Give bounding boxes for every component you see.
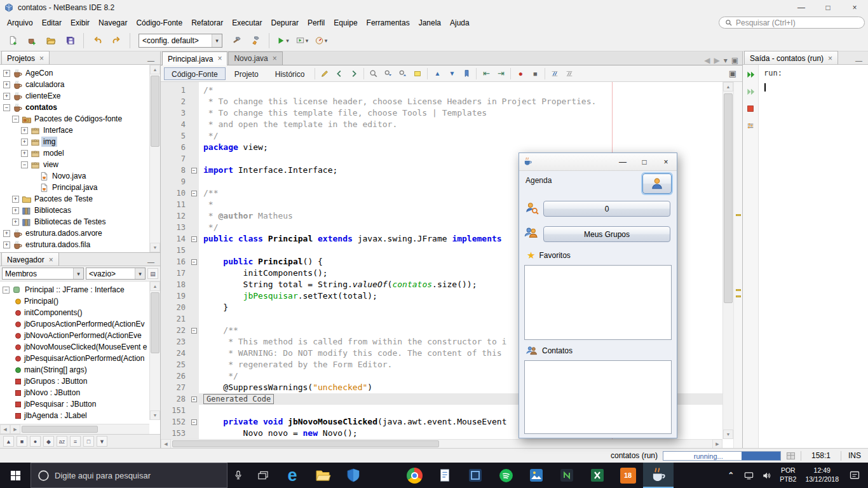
expand-toggle[interactable]: + [21,150,28,157]
close-tab-icon[interactable]: × [217,56,222,62]
menu-depurar[interactable]: Depurar [267,17,303,29]
show-public-icon[interactable]: ◆ [43,436,54,447]
tree-item-bibliotecas[interactable]: +Bibliotecas [0,205,149,216]
member-jbgrupos-jbutton[interactable]: jbGrupos : JButton [0,376,149,387]
navigator-options-icon[interactable]: ▤ [147,268,158,279]
record-macro-icon[interactable]: ● [513,67,527,80]
add-contact-button[interactable] [642,173,672,194]
expand-toggle[interactable]: + [3,230,10,237]
find-selection-icon[interactable] [367,67,381,80]
tree-item-pacotes-de-c-digos-fonte[interactable]: −Pacotes de Códigos-fonte [0,113,149,125]
forward-icon[interactable] [347,67,361,80]
tree-item-clienteexe[interactable]: +clienteExe [0,90,149,102]
expand-toggle[interactable]: + [3,93,10,100]
stop-button[interactable] [745,103,756,114]
scroll-down-icon[interactable]: ▼ [150,243,160,252]
collapse-toggle[interactable]: − [12,116,19,123]
rerun-alt-button[interactable] [745,86,756,97]
new-project-button[interactable] [23,32,41,50]
progress-bar[interactable]: running... [663,451,781,461]
member-jbgruposactionperformed-actionev[interactable]: jbGruposActionPerformed(ActionEv [0,318,149,330]
menu-ferramentas[interactable]: Ferramentas [362,17,414,29]
config-select[interactable]: <config. default>▾ [139,34,222,48]
tree-item-pacotes-de-teste[interactable]: +Pacotes de Teste [0,193,149,205]
scroll-right-icon[interactable]: ▶ [10,424,20,434]
menu-arquivo[interactable]: Arquivo [3,17,37,29]
run-button[interactable]: ▾ [274,32,292,50]
profile-button[interactable]: ▾ [312,32,330,50]
menu-equipe[interactable]: Equipe [329,17,362,29]
scroll-down-icon[interactable]: ▼ [150,410,160,420]
member-main-string-args[interactable]: main(String[] args) [0,364,149,376]
expand-toggle[interactable]: + [12,207,19,214]
editor-scrollbar[interactable]: ▲ ▼ [722,82,733,439]
member-jlbagenda-jlabel[interactable]: jlbAgenda : JLabel [0,410,149,420]
fold-toggle[interactable]: − [191,328,197,334]
comment-icon[interactable] [548,67,562,80]
tree-item-view[interactable]: −view [0,159,149,170]
member-jbnovo-jbutton[interactable]: jbNovo : JButton [0,387,149,398]
tree-item-model[interactable]: +model [0,147,149,159]
shift-left-icon[interactable]: ⇤ [479,67,493,80]
agenda-app-window[interactable]: — □ × Agenda 0 Meus Grupos ★ Favoritos C… [519,152,677,438]
options-button[interactable] [745,120,756,132]
navigator-scrollbar[interactable]: ▲ ▼ [149,281,160,420]
show-inherited-icon[interactable]: ▲ [3,436,14,447]
projects-scrollbar[interactable]: ▲ ▼ [149,65,160,252]
process-list-icon[interactable] [786,452,796,460]
show-fields-icon[interactable]: ■ [17,436,27,447]
view-hist-rico-button[interactable]: Histórico [268,67,313,80]
hidden-icons-button[interactable]: ⌃ [722,463,739,488]
microphone-button[interactable] [227,463,249,488]
editor-tab-novo-java[interactable]: Novo.java× [228,51,282,65]
task-view-button[interactable] [249,463,277,488]
expand-toggle[interactable]: + [21,139,28,146]
navigator-root[interactable]: −Principal :: JFrame : Interface [0,284,149,295]
tree-item-estrutura-dados-arvore[interactable]: +estrutura.dados.arvore [0,227,149,239]
taskbar-search-box[interactable]: Digite aqui para pesquisar [31,463,227,488]
tree-item-contatos[interactable]: −contatos [0,102,149,113]
split-editor-icon[interactable]: ▣ [729,69,739,78]
contact-count-button[interactable]: 0 [543,201,670,217]
fold-toggle[interactable]: − [191,236,197,242]
toggle-highlight-icon[interactable] [410,67,424,80]
scroll-up-icon[interactable]: ▲ [150,281,160,291]
fold-toggle[interactable]: − [191,259,197,265]
member-jbnovoactionperformed-actioneve[interactable]: jbNovoActionPerformed(ActionEve [0,330,149,341]
rerun-button[interactable] [745,69,756,80]
filter-select[interactable]: <vazio>▾ [86,268,146,280]
scroll-up-icon[interactable]: ▲ [150,65,160,74]
tree-item-estrutura-dados-fila[interactable]: +estrutura.dados.fila [0,239,149,250]
expand-toggle[interactable]: + [12,196,19,203]
editor-tab-principal-java[interactable]: Principal.java× [162,51,227,65]
view-c-digo-fonte-button[interactable]: Código-Fonte [164,67,226,80]
undo-button[interactable] [88,32,106,50]
expand-toggle[interactable]: + [12,219,19,226]
app-maximize-button[interactable]: □ [634,153,655,170]
member-initcomponents[interactable]: initComponents() [0,307,149,318]
menu-editar[interactable]: Editar [37,17,66,29]
minimize-panel-icon[interactable]: — [850,57,868,64]
stop-macro-icon[interactable]: ■ [528,67,542,80]
fold-toggle[interactable]: − [191,419,197,425]
taskbar-app-java-app[interactable] [643,463,674,488]
clean-build-button[interactable] [247,32,264,50]
tree-item-img[interactable]: +img [0,136,149,147]
menu-perfil[interactable]: Perfil [303,17,329,29]
collapse-toggle[interactable]: − [21,161,28,168]
taskbar-app-document[interactable] [430,463,460,488]
taskbar-app-edge[interactable]: e [277,463,308,488]
code-line[interactable]: 6package view; [161,142,722,153]
output-tab[interactable]: Saída - contatos (run) × [744,51,838,64]
expand-toggle[interactable]: + [3,70,10,77]
build-button[interactable] [227,32,245,50]
tabs-list-icon[interactable]: ▾ [724,56,728,65]
collapse-toggle[interactable]: − [3,104,10,111]
code-line[interactable]: 5 */ [161,130,722,142]
error-stripe[interactable] [733,82,742,448]
menu-executar[interactable]: Executar [227,17,266,29]
start-button[interactable] [0,463,31,488]
code-line[interactable]: 3 * To change this template file, choose… [161,107,722,119]
expand-toggle[interactable]: + [3,241,10,248]
sort-source-icon[interactable]: ≡ [70,436,81,447]
